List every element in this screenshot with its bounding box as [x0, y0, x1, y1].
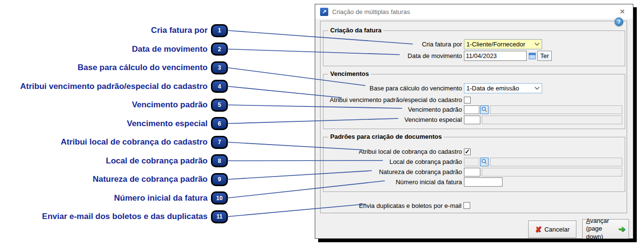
- row-cria-fatura-por: Cria fatura por 1-Cliente/Fornecedor: [323, 39, 625, 49]
- lookup-magnifier-icon[interactable]: [480, 105, 489, 114]
- annotation-badge: 5: [211, 99, 228, 112]
- lookup-magnifier-icon[interactable]: [480, 158, 489, 166]
- row-vencimento-especial: Vencimento especial: [323, 115, 625, 125]
- row-data-de-movimento: Data de movimento Ter: [323, 51, 625, 61]
- row-local-cobranca: Local de cobrança padrão: [323, 157, 625, 167]
- next-button[interactable]: Avançar (page down) ➔: [582, 219, 629, 239]
- weekday-button[interactable]: Ter: [537, 51, 552, 61]
- dialog-criacao-multiplas-faturas: ↗ Criação de múltiplas faturas ✕ ? Criaç…: [315, 4, 633, 239]
- vencimento-especial-desc-field: [482, 116, 622, 124]
- annotation-label: Atribui vencimento padrão/especial do ca…: [20, 82, 208, 91]
- vencimento-padrao-desc-field: [490, 105, 622, 114]
- local-cobranca-desc-field: [490, 158, 622, 166]
- group-title: Padrões para criação de documentos: [328, 133, 444, 140]
- atribui-local-checkbox[interactable]: [464, 148, 471, 155]
- help-icon[interactable]: ?: [615, 17, 623, 26]
- field-label: Vencimento padrão: [323, 106, 462, 113]
- annotation-badge: 1: [211, 24, 228, 37]
- annotation-row: Vencimento padrão 5: [0, 96, 228, 115]
- vencimento-padrao-code-input[interactable]: [464, 105, 479, 114]
- numero-inicial-input[interactable]: [464, 177, 503, 187]
- field-label: Envia duplicatas e boletos por e-mail: [323, 202, 462, 209]
- field-label: Cria fatura por: [323, 41, 462, 48]
- annotation-row: Local de cobrança padrão 8: [0, 152, 228, 171]
- cancel-button-label: Cancelar: [545, 226, 570, 233]
- cria-fatura-por-select[interactable]: 1-Cliente/Fornecedor: [464, 39, 542, 49]
- group-criacao-da-fatura: Criação da fatura Cria fatura por 1-Clie…: [323, 30, 625, 66]
- annotation-badge: 6: [211, 117, 228, 130]
- vencimento-especial-code-input[interactable]: [464, 116, 480, 124]
- annotation-label: Local de cobrança padrão: [106, 156, 208, 166]
- annotation-row: Enviar e-mail dos boletos e das duplicat…: [0, 207, 228, 226]
- annotation-label: Natureza de cobrança padrão: [93, 175, 208, 184]
- annotation-label: Número inicial da fatura: [114, 193, 208, 203]
- annotation-label: Vencimento padrão: [132, 100, 208, 110]
- group-title: Vencimentos: [328, 70, 371, 77]
- annotation-badge: 3: [211, 61, 228, 74]
- row-numero-inicial: Número inicial da fatura: [323, 177, 625, 187]
- annotation-badge: 7: [211, 136, 228, 149]
- local-cobranca-code-input: [464, 158, 479, 166]
- annotation-badge: 10: [211, 191, 228, 205]
- field-label: Base para cálculo do vencimento: [323, 85, 462, 92]
- annotation-row: Cria fatura por 1: [0, 21, 228, 40]
- row-base-calculo: Base para cálculo do vencimento 1-Data d…: [323, 83, 625, 93]
- chevron-down-icon: [534, 87, 540, 90]
- annotation-row: Atribui local de cobrança do cadastro 7: [0, 133, 228, 152]
- field-label: Número inicial da fatura: [323, 178, 462, 186]
- annotation-label: Atribui local de cobrança do cadastro: [61, 137, 208, 147]
- field-label: Atribui vencimento padrão/especial do ca…: [323, 96, 462, 103]
- group-title: Criação da fatura: [328, 27, 383, 34]
- annotation-row: Atribui vencimento padrão/especial do ca…: [0, 77, 228, 96]
- cancel-x-icon: ✘: [535, 225, 541, 234]
- row-natureza-cobranca: Natureza de cobrança padrão: [323, 167, 625, 177]
- field-label: Natureza de cobrança padrão: [323, 168, 462, 176]
- field-label: Vencimento especial: [323, 116, 462, 123]
- row-atribui-vencimento: Atribui vencimento padrão/especial do ca…: [323, 95, 625, 105]
- field-label: Data de movimento: [323, 52, 462, 59]
- calendar-icon[interactable]: [528, 52, 536, 60]
- chevron-down-icon: [534, 43, 540, 46]
- field-label: Atribui local de cobrança do cadastro: [323, 148, 462, 155]
- group-vencimentos: Vencimentos Base para cálculo do vencime…: [323, 74, 625, 129]
- annotation-row: Vencimento especial 6: [0, 115, 228, 133]
- annotation-label: Base para cálculo do vencimento: [78, 63, 208, 73]
- close-icon[interactable]: ✕: [616, 8, 628, 15]
- annotation-label: Cria fatura por: [151, 26, 208, 35]
- annotation-row: Número inicial da fatura 10: [0, 189, 228, 208]
- atribui-vencimento-checkbox[interactable]: [464, 97, 471, 103]
- annotation-label: Data de movimento: [132, 44, 208, 54]
- green-arrow-icon: ➔: [618, 224, 625, 234]
- data-movimento-input[interactable]: [464, 51, 527, 61]
- field-label: Local de cobrança padrão: [323, 158, 462, 165]
- annotation-row: Natureza de cobrança padrão 9: [0, 170, 228, 189]
- annotation-list: Cria fatura por 1 Data de movimento 2 Ba…: [0, 21, 228, 226]
- annotation-row: Data de movimento 2: [0, 40, 228, 59]
- annotation-label: Enviar e-mail dos boletos e das duplicat…: [42, 212, 208, 221]
- selected-value: 1-Cliente/Fornecedor: [466, 41, 525, 48]
- natureza-cobranca-desc-field: [482, 168, 622, 176]
- dialog-title: Criação de múltiplas faturas: [332, 8, 410, 15]
- annotation-badge: 2: [211, 43, 228, 56]
- row-vencimento-padrao: Vencimento padrão: [323, 104, 625, 115]
- annotation-row: Base para cálculo do vencimento 3: [0, 59, 228, 77]
- annotation-badge: 8: [211, 154, 228, 167]
- base-calculo-select[interactable]: 1-Data de emissão: [464, 83, 542, 93]
- cancel-button[interactable]: ✘ Cancelar: [528, 220, 576, 238]
- annotation-badge: 4: [211, 80, 228, 93]
- row-envia-email: Envia duplicatas e boletos por e-mail: [323, 201, 625, 210]
- group-padroes-documentos: Padrões para criação de documentos Atrib…: [323, 137, 625, 192]
- titlebar: ↗ Criação de múltiplas faturas ✕: [315, 4, 633, 19]
- next-button-label: Avançar (page down): [586, 217, 618, 241]
- annotation-badge: 11: [211, 210, 228, 223]
- selected-value: 1-Data de emissão: [466, 85, 519, 92]
- annotation-label: Vencimento especial: [127, 119, 208, 129]
- row-atribui-local: Atribui local de cobrança do cadastro: [323, 146, 625, 157]
- envia-email-checkbox[interactable]: [463, 202, 470, 209]
- annotation-badge: 9: [211, 173, 228, 186]
- app-icon: ↗: [320, 8, 328, 16]
- natureza-cobranca-code-input[interactable]: [464, 168, 480, 176]
